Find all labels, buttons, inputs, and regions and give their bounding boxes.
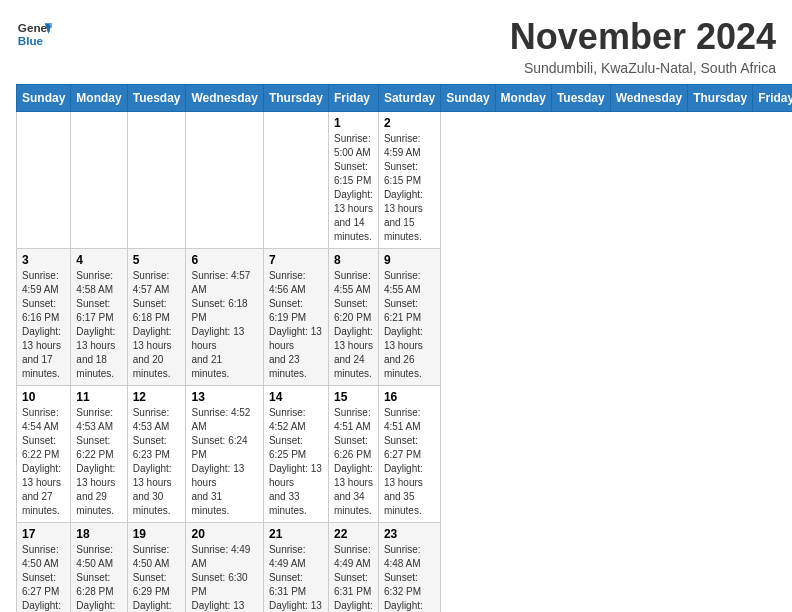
day-cell — [71, 112, 127, 249]
day-number: 11 — [76, 390, 121, 404]
day-number: 12 — [133, 390, 181, 404]
day-number: 13 — [191, 390, 257, 404]
day-number: 17 — [22, 527, 65, 541]
day-cell: 20Sunrise: 4:49 AM Sunset: 6:30 PM Dayli… — [186, 523, 263, 613]
day-number: 3 — [22, 253, 65, 267]
subtitle: Sundumbili, KwaZulu-Natal, South Africa — [510, 60, 776, 76]
day-number: 16 — [384, 390, 435, 404]
day-cell: 19Sunrise: 4:50 AM Sunset: 6:29 PM Dayli… — [127, 523, 186, 613]
day-cell — [263, 112, 328, 249]
day-cell: 6Sunrise: 4:57 AM Sunset: 6:18 PM Daylig… — [186, 249, 263, 386]
day-number: 1 — [334, 116, 373, 130]
day-info: Sunrise: 4:50 AM Sunset: 6:27 PM Dayligh… — [22, 543, 65, 612]
day-info: Sunrise: 4:50 AM Sunset: 6:28 PM Dayligh… — [76, 543, 121, 612]
day-info: Sunrise: 4:49 AM Sunset: 6:30 PM Dayligh… — [191, 543, 257, 612]
column-header-friday: Friday — [328, 85, 378, 112]
day-cell: 11Sunrise: 4:53 AM Sunset: 6:22 PM Dayli… — [71, 386, 127, 523]
day-number: 6 — [191, 253, 257, 267]
day-cell: 12Sunrise: 4:53 AM Sunset: 6:23 PM Dayli… — [127, 386, 186, 523]
day-cell: 5Sunrise: 4:57 AM Sunset: 6:18 PM Daylig… — [127, 249, 186, 386]
logo-icon: General Blue — [16, 16, 52, 52]
day-number: 22 — [334, 527, 373, 541]
column-header-tuesday: Tuesday — [127, 85, 186, 112]
header: General Blue November 2024 Sundumbili, K… — [16, 16, 776, 76]
day-cell: 2Sunrise: 4:59 AM Sunset: 6:15 PM Daylig… — [378, 112, 440, 249]
day-cell: 1Sunrise: 5:00 AM Sunset: 6:15 PM Daylig… — [328, 112, 378, 249]
week-row-2: 3Sunrise: 4:59 AM Sunset: 6:16 PM Daylig… — [17, 249, 793, 386]
day-info: Sunrise: 4:59 AM Sunset: 6:16 PM Dayligh… — [22, 269, 65, 381]
day-number: 7 — [269, 253, 323, 267]
day-info: Sunrise: 4:55 AM Sunset: 6:21 PM Dayligh… — [384, 269, 435, 381]
day-info: Sunrise: 4:54 AM Sunset: 6:22 PM Dayligh… — [22, 406, 65, 518]
day-info: Sunrise: 4:49 AM Sunset: 6:31 PM Dayligh… — [334, 543, 373, 612]
day-cell: 16Sunrise: 4:51 AM Sunset: 6:27 PM Dayli… — [378, 386, 440, 523]
header-row: SundayMondayTuesdayWednesdayThursdayFrid… — [17, 85, 793, 112]
day-number: 2 — [384, 116, 435, 130]
day-number: 18 — [76, 527, 121, 541]
day-cell — [127, 112, 186, 249]
week-row-4: 17Sunrise: 4:50 AM Sunset: 6:27 PM Dayli… — [17, 523, 793, 613]
day-cell: 13Sunrise: 4:52 AM Sunset: 6:24 PM Dayli… — [186, 386, 263, 523]
day-cell: 4Sunrise: 4:58 AM Sunset: 6:17 PM Daylig… — [71, 249, 127, 386]
column-header-sunday: Sunday — [17, 85, 71, 112]
day-cell: 9Sunrise: 4:55 AM Sunset: 6:21 PM Daylig… — [378, 249, 440, 386]
col-header-tuesday: Tuesday — [551, 85, 610, 112]
day-cell: 3Sunrise: 4:59 AM Sunset: 6:16 PM Daylig… — [17, 249, 71, 386]
day-info: Sunrise: 4:57 AM Sunset: 6:18 PM Dayligh… — [133, 269, 181, 381]
calendar-table: SundayMondayTuesdayWednesdayThursdayFrid… — [16, 84, 792, 612]
day-info: Sunrise: 4:59 AM Sunset: 6:15 PM Dayligh… — [384, 132, 435, 244]
day-cell: 22Sunrise: 4:49 AM Sunset: 6:31 PM Dayli… — [328, 523, 378, 613]
day-info: Sunrise: 4:58 AM Sunset: 6:17 PM Dayligh… — [76, 269, 121, 381]
day-info: Sunrise: 4:52 AM Sunset: 6:25 PM Dayligh… — [269, 406, 323, 518]
day-info: Sunrise: 4:49 AM Sunset: 6:31 PM Dayligh… — [269, 543, 323, 612]
day-info: Sunrise: 4:51 AM Sunset: 6:27 PM Dayligh… — [384, 406, 435, 518]
day-number: 4 — [76, 253, 121, 267]
day-cell: 21Sunrise: 4:49 AM Sunset: 6:31 PM Dayli… — [263, 523, 328, 613]
week-row-1: 1Sunrise: 5:00 AM Sunset: 6:15 PM Daylig… — [17, 112, 793, 249]
day-cell: 14Sunrise: 4:52 AM Sunset: 6:25 PM Dayli… — [263, 386, 328, 523]
column-header-saturday: Saturday — [378, 85, 440, 112]
day-cell: 17Sunrise: 4:50 AM Sunset: 6:27 PM Dayli… — [17, 523, 71, 613]
day-number: 9 — [384, 253, 435, 267]
day-number: 10 — [22, 390, 65, 404]
day-cell — [17, 112, 71, 249]
day-number: 20 — [191, 527, 257, 541]
col-header-thursday: Thursday — [688, 85, 753, 112]
col-header-sunday: Sunday — [441, 85, 495, 112]
logo: General Blue — [16, 16, 52, 52]
day-info: Sunrise: 4:50 AM Sunset: 6:29 PM Dayligh… — [133, 543, 181, 612]
day-info: Sunrise: 4:53 AM Sunset: 6:22 PM Dayligh… — [76, 406, 121, 518]
day-cell: 8Sunrise: 4:55 AM Sunset: 6:20 PM Daylig… — [328, 249, 378, 386]
column-header-wednesday: Wednesday — [186, 85, 263, 112]
day-cell — [186, 112, 263, 249]
day-info: Sunrise: 4:52 AM Sunset: 6:24 PM Dayligh… — [191, 406, 257, 518]
month-title: November 2024 — [510, 16, 776, 58]
col-header-friday: Friday — [753, 85, 792, 112]
day-info: Sunrise: 5:00 AM Sunset: 6:15 PM Dayligh… — [334, 132, 373, 244]
day-cell: 15Sunrise: 4:51 AM Sunset: 6:26 PM Dayli… — [328, 386, 378, 523]
day-info: Sunrise: 4:57 AM Sunset: 6:18 PM Dayligh… — [191, 269, 257, 381]
day-cell: 23Sunrise: 4:48 AM Sunset: 6:32 PM Dayli… — [378, 523, 440, 613]
day-info: Sunrise: 4:51 AM Sunset: 6:26 PM Dayligh… — [334, 406, 373, 518]
day-info: Sunrise: 4:55 AM Sunset: 6:20 PM Dayligh… — [334, 269, 373, 381]
day-number: 15 — [334, 390, 373, 404]
day-info: Sunrise: 4:53 AM Sunset: 6:23 PM Dayligh… — [133, 406, 181, 518]
week-row-3: 10Sunrise: 4:54 AM Sunset: 6:22 PM Dayli… — [17, 386, 793, 523]
title-section: November 2024 Sundumbili, KwaZulu-Natal,… — [510, 16, 776, 76]
day-number: 14 — [269, 390, 323, 404]
day-number: 8 — [334, 253, 373, 267]
day-cell: 18Sunrise: 4:50 AM Sunset: 6:28 PM Dayli… — [71, 523, 127, 613]
day-number: 23 — [384, 527, 435, 541]
column-header-monday: Monday — [71, 85, 127, 112]
day-info: Sunrise: 4:48 AM Sunset: 6:32 PM Dayligh… — [384, 543, 435, 612]
col-header-monday: Monday — [495, 85, 551, 112]
day-number: 5 — [133, 253, 181, 267]
day-info: Sunrise: 4:56 AM Sunset: 6:19 PM Dayligh… — [269, 269, 323, 381]
day-number: 19 — [133, 527, 181, 541]
day-cell: 10Sunrise: 4:54 AM Sunset: 6:22 PM Dayli… — [17, 386, 71, 523]
col-header-wednesday: Wednesday — [610, 85, 687, 112]
day-cell: 7Sunrise: 4:56 AM Sunset: 6:19 PM Daylig… — [263, 249, 328, 386]
day-number: 21 — [269, 527, 323, 541]
column-header-thursday: Thursday — [263, 85, 328, 112]
svg-text:Blue: Blue — [18, 34, 44, 47]
